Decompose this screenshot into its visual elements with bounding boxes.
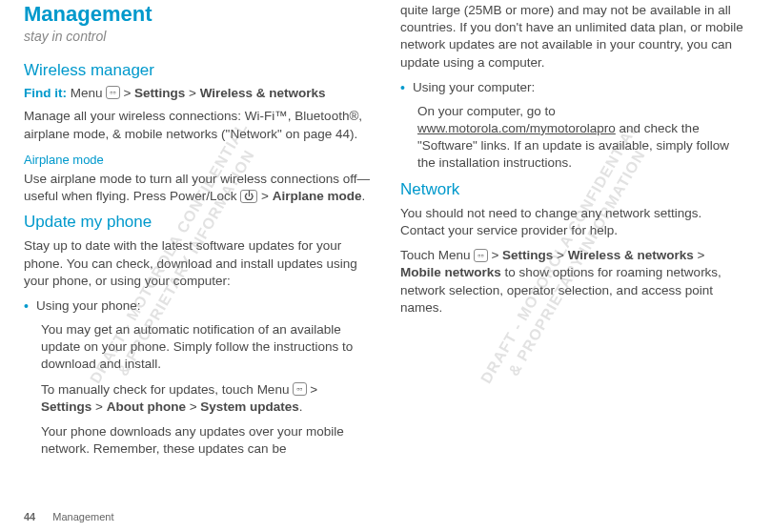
network-heading: Network (400, 180, 748, 199)
update-p2-sep2: > (91, 399, 106, 414)
bullet-phone: • Using your phone: (24, 297, 372, 316)
update-phone-p3-cont: quite large (25MB or more) and may not b… (400, 2, 748, 72)
wireless-heading: Wireless manager (24, 61, 372, 80)
bullet-computer: • Using your computer: (400, 79, 748, 97)
update-p2-sep3: > (186, 399, 200, 414)
update-system: System updates (200, 399, 299, 414)
update-about: About phone (107, 399, 186, 414)
network-sep2: > (553, 248, 567, 262)
update-p2-text1: To manually check for updates, touch Men… (41, 382, 293, 397)
bullet-phone-text: Using your phone: (36, 297, 372, 315)
network-settings: Settings (502, 248, 553, 262)
menu-icon: ▫▫ (293, 382, 306, 396)
update-comp-text1: On your computer, go to (417, 104, 556, 118)
update-phone-p3: Your phone downloads any updates over yo… (41, 423, 372, 458)
network-mobile: Mobile networks (400, 265, 501, 279)
findit-sep: > (120, 86, 134, 100)
page-subtitle: stay in control (24, 29, 372, 44)
network-para2: Touch Menu ▫▫ > Settings > Wireless & ne… (400, 247, 748, 317)
findit-settings: Settings (134, 86, 185, 100)
network-sep3: > (694, 248, 705, 262)
airplane-para: Use airplane mode to turn all your wirel… (24, 171, 372, 205)
airplane-period: . (362, 189, 366, 203)
menu-icon: ▫▫ (106, 86, 119, 99)
bullet-computer-text: Using your computer: (413, 79, 748, 96)
airplane-sep: > (257, 189, 272, 203)
update-phone-p1: You may get an automatic notification of… (41, 321, 372, 374)
bullet-dot-icon: • (400, 79, 405, 97)
findit-sep2: > (185, 86, 199, 100)
network-wireless: Wireless & networks (568, 248, 694, 262)
findit-wireless: Wireless & networks (200, 86, 326, 100)
network-text1: Touch Menu (400, 248, 474, 262)
power-icon: ⏻ (240, 190, 257, 203)
update-p2-period: . (299, 399, 303, 414)
page-number: 44 (24, 511, 35, 522)
airplane-mode-bold: Airplane mode (273, 189, 362, 203)
motorola-link[interactable]: www.motorola.com/mymotorolapro (417, 121, 616, 135)
airplane-heading: Airplane mode (24, 153, 372, 167)
bullet-dot-icon: • (24, 297, 29, 316)
findit-line: Find it: Menu ▫▫ > Settings > Wireless &… (24, 86, 372, 100)
network-sep1: > (488, 248, 502, 262)
network-para1: You should not need to change any networ… (400, 205, 748, 239)
findit-text: Menu (67, 86, 106, 100)
update-computer-p1: On your computer, go to www.motorola.com… (417, 103, 748, 173)
page-title: Management (24, 2, 372, 27)
update-phone-p2: To manually check for updates, touch Men… (41, 381, 372, 416)
wireless-para: Manage all your wireless connections: Wi… (24, 108, 372, 142)
findit-label: Find it: (24, 86, 67, 100)
update-heading: Update my phone (24, 213, 372, 232)
update-p2-sep1: > (307, 382, 318, 397)
page-footer: 44Management (24, 511, 113, 522)
menu-icon: ▫▫ (474, 249, 487, 262)
update-settings: Settings (41, 399, 91, 414)
update-intro: Stay up to date with the latest software… (24, 237, 372, 290)
footer-section: Management (52, 511, 113, 522)
